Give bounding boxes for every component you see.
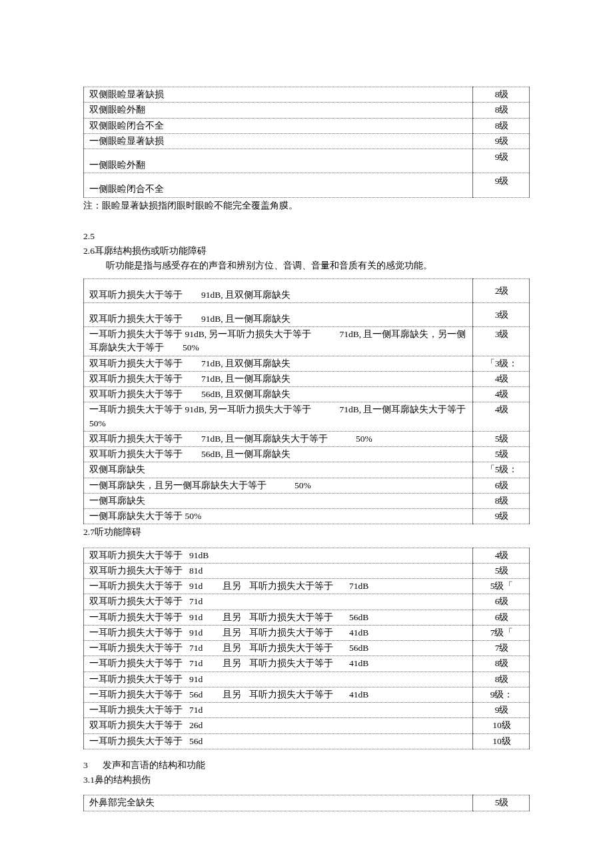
table-desc: 一耳听力损失大于等于91d — [84, 671, 473, 687]
table-grade: 4级 — [473, 371, 530, 386]
table-grade: 8级 — [473, 656, 530, 671]
table-desc: 双耳听力损失大于等于 71dB, 且双侧耳廓缺失 — [84, 356, 473, 371]
ear-structure-table: 双耳听力损失大于等于 91dB, 且双侧耳廓缺失2级双耳听力损失大于等于 91d… — [83, 278, 530, 525]
table-desc: 双耳听力损失大于等于 56dB, 且双侧耳廓缺失 — [84, 387, 473, 402]
table-grade: 6级 — [473, 478, 530, 493]
table-grade: 4级 — [473, 387, 530, 402]
table-desc: 一耳听力损失大于等于91d且另耳听力损失大于等于41dB — [84, 625, 473, 640]
table-grade: 7级 — [473, 641, 530, 656]
table-grade: 5级 — [473, 431, 530, 446]
section-2-7: 2.7听功能障碍 — [83, 526, 530, 539]
table-grade: 9级： — [473, 687, 530, 702]
table-grade: 9级 — [473, 149, 530, 173]
section-2-6: 2.6耳廓结构损伤或听功能障碍 — [83, 244, 530, 258]
table-grade: 5级 — [473, 795, 530, 811]
table-grade: 9级 — [473, 133, 530, 149]
table-grade: 9级 — [473, 703, 530, 718]
table-grade: 6级 — [473, 594, 530, 610]
table-desc: 双侧眼睑外翻 — [84, 103, 473, 118]
table-grade: 9级 — [473, 173, 530, 197]
sec-2-6-title: 耳廓结构损伤或听功能障碍 — [95, 246, 207, 256]
table-grade: 2级 — [473, 278, 530, 302]
sec-3-title: 发声和言语的结构和功能 — [103, 760, 205, 770]
table-desc: 一侧耳廓缺失 — [84, 493, 473, 508]
table-grade: 8级 — [473, 103, 530, 118]
section-2-5: 2.5 — [83, 230, 530, 243]
table-desc: 一耳听力损失大于等于71d — [84, 703, 473, 718]
eyelid-table: 双侧眼睑显著缺损8级双侧眼睑外翻8级双侧眼睑闭合不全8级一侧眼睑显著缺损9级一侧… — [83, 87, 530, 198]
table-grade: 5级 — [473, 563, 530, 578]
table-desc: 双侧耳廓缺失 — [84, 462, 473, 478]
table-desc: 一耳听力损失大于等于56d且另耳听力损失大于等于41dB — [84, 687, 473, 702]
table-desc: 一耳听力损失大于等于91d且另耳听力损失大于等于71dB — [84, 579, 473, 594]
table-grade: 5级 — [473, 447, 530, 462]
table-grade: 10级 — [473, 718, 530, 733]
table-desc: 一侧耳廓缺失，且另一侧耳廓缺失大于等于 50% — [84, 478, 473, 493]
table-desc: 双耳听力损失大于等于 71dB, 且一侧耳廓缺失大于等于 50% — [84, 431, 473, 446]
sec-3-num: 3 — [83, 760, 88, 770]
table-grade: 8级 — [473, 493, 530, 508]
table-grade: 「5级： — [473, 462, 530, 478]
table-desc: 一侧耳廓缺失大于等于 50% — [84, 509, 473, 524]
table-desc: 一耳听力损失大于等于71d且另耳听力损失大于等于56dB — [84, 641, 473, 656]
table-desc: 双耳听力损失大于等于71d — [84, 594, 473, 610]
table-grade: 4级 — [473, 402, 530, 432]
table-grade: 5级「 — [473, 579, 530, 594]
table-grade: 3级 — [473, 327, 530, 356]
nose-table: 外鼻部完全缺失5级 — [83, 795, 530, 811]
table-desc: 双耳听力损失大于等于91dB — [84, 548, 473, 563]
table-grade: 8级 — [473, 87, 530, 103]
table-grade: 8级 — [473, 118, 530, 133]
table-grade: 9级 — [473, 509, 530, 524]
table-grade: 4级 — [473, 548, 530, 563]
table-desc: 一侧眼睑闭合不全 — [84, 173, 473, 197]
table-desc: 双侧眼睑显著缺损 — [84, 87, 473, 103]
section-3: 3发声和言语的结构和功能 — [83, 759, 530, 772]
table-grade: 7级「 — [473, 625, 530, 640]
table-desc: 双耳听力损失大于等于81d — [84, 563, 473, 578]
table-desc: 双耳听力损失大于等于 91dB, 且一侧耳廓缺失 — [84, 302, 473, 326]
table-desc: 外鼻部完全缺失 — [84, 795, 473, 811]
table-desc: 双耳听力损失大于等于 56dB, 且一侧耳廓缺失 — [84, 447, 473, 462]
table-desc: 一侧眼睑外翻 — [84, 149, 473, 173]
table-desc: 一侧眼睑显著缺损 — [84, 133, 473, 149]
table-desc: 双耳听力损失大于等于 91dB, 且双侧耳廓缺失 — [84, 278, 473, 302]
table-grade: 10级 — [473, 733, 530, 749]
table-desc: 双耳听力损失大于等于 71dB, 且一侧耳廓缺失 — [84, 371, 473, 386]
table-grade: 「3级： — [473, 356, 530, 371]
sec-3-1-num: 3.1 — [83, 775, 95, 785]
sec-2-7-title: 听功能障碍 — [95, 527, 141, 537]
eyelid-note: 注：眼睑显著缺损指闭眼时眼睑不能完全覆盖角膜。 — [83, 199, 530, 213]
sec-2-6-desc: 听功能是指与感受存在的声音和辨别方位、音调、音量和音质有关的感觉功能。 — [83, 259, 530, 272]
table-desc: 一耳听力损失大于等于91d且另耳听力损失大于等于56dB — [84, 610, 473, 625]
table-desc: 双耳听力损失大于等于26d — [84, 718, 473, 733]
table-desc: 一耳听力损失大于等于 91dB, 另一耳听力损失大于等于 71dB, 且一侧耳廓… — [84, 327, 473, 356]
sec-2-7-num: 2.7 — [83, 527, 95, 537]
hearing-table: 双耳听力损失大于等于91dB4级双耳听力损失大于等于81d5级一耳听力损失大于等… — [83, 548, 530, 749]
table-desc: 一耳听力损失大于等于 91dB, 另一耳听力损失大于等于 71dB, 且一侧耳廓… — [84, 402, 473, 432]
table-grade: 6级 — [473, 610, 530, 625]
table-grade: 8级 — [473, 671, 530, 687]
sec-3-1-title: 鼻的结构损伤 — [95, 775, 151, 785]
table-grade: 3级 — [473, 302, 530, 326]
table-desc: 一耳听力损失大于等于71d且另耳听力损失大于等于41dB — [84, 656, 473, 671]
section-3-1: 3.1鼻的结构损伤 — [83, 773, 530, 787]
sec-2-6-num: 2.6 — [83, 246, 95, 256]
table-desc: 一耳听力损失大于等于56d — [84, 733, 473, 749]
table-desc: 双侧眼睑闭合不全 — [84, 118, 473, 133]
